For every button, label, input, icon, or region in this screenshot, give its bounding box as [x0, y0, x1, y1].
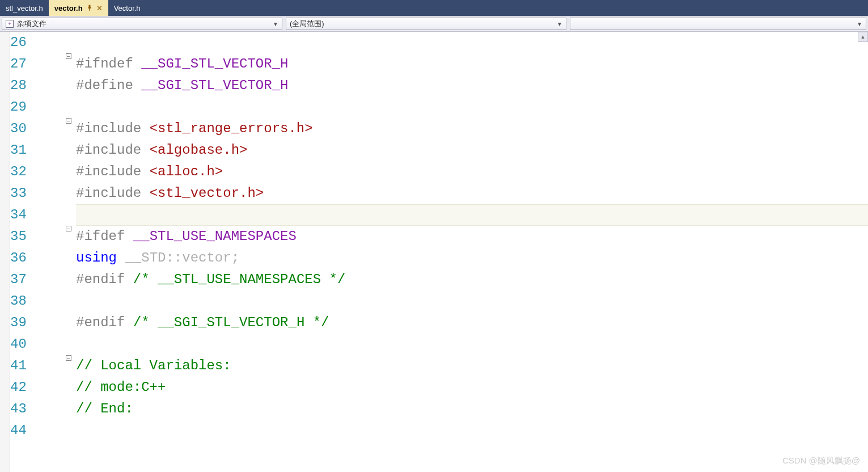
tab-label: vector.h [54, 4, 83, 12]
code-line[interactable]: #ifndef __SGI_STL_VECTOR_H [76, 53, 868, 75]
code-line[interactable]: using __STD::vector; [76, 247, 868, 269]
code-line[interactable] [76, 290, 868, 312]
scroll-up-button[interactable]: ▲ [858, 32, 868, 42]
code-editor[interactable]: 26272829303132333435363738394041424344 #… [0, 32, 868, 472]
member-dropdown[interactable]: ▼ [570, 18, 866, 30]
code-line[interactable]: #endif /* __STL_USE_NAMESPACES */ [76, 269, 868, 290]
code-line[interactable]: // Local Variables: [76, 355, 868, 377]
outline-toggle-icon[interactable] [66, 355, 71, 361]
code-line[interactable]: // mode:C++ [76, 377, 868, 398]
outline-toggle-icon[interactable] [66, 53, 71, 59]
close-icon[interactable]: ✕ [96, 4, 103, 12]
line-number-gutter: 26272829303132333435363738394041424344 [10, 32, 62, 472]
tab-strip: stl_vector.h vector.h ✕ Vector.h [0, 0, 868, 16]
code-line[interactable] [76, 204, 868, 226]
tab-label: Vector.h [114, 4, 141, 12]
scope-dropdown[interactable]: (全局范围) ▼ [286, 18, 566, 30]
code-line[interactable]: #endif /* __SGI_STL_VECTOR_H */ [76, 312, 868, 334]
tab-stl-vector-h[interactable]: stl_vector.h [0, 0, 49, 16]
outlining-margin [62, 32, 76, 472]
outline-toggle-icon[interactable] [66, 118, 71, 124]
code-line[interactable]: #include <algobase.h> [76, 140, 868, 161]
code-line[interactable] [76, 334, 868, 355]
code-line[interactable] [76, 420, 868, 441]
code-line[interactable] [76, 96, 868, 118]
code-area[interactable]: #ifndef __SGI_STL_VECTOR_H#define __SGI_… [76, 32, 868, 472]
tab-label: stl_vector.h [6, 4, 43, 12]
chevron-down-icon: ▼ [273, 21, 278, 27]
project-dropdown[interactable]: + 杂项文件 ▼ [2, 18, 282, 30]
project-dropdown-label: 杂项文件 [17, 19, 46, 29]
code-line[interactable]: #ifdef __STL_USE_NAMESPACES [76, 226, 868, 247]
outline-toggle-icon[interactable] [66, 226, 71, 231]
chevron-down-icon: ▼ [857, 21, 862, 27]
indicator-margin [0, 32, 10, 472]
project-icon: + [6, 20, 14, 28]
scope-dropdown-label: (全局范围) [290, 19, 324, 29]
chevron-down-icon: ▼ [557, 21, 562, 27]
code-line[interactable]: #include <alloc.h> [76, 161, 868, 183]
watermark-text: CSDN @随风飘扬@ [782, 456, 860, 466]
pin-icon[interactable] [86, 5, 93, 11]
code-line[interactable]: #include <stl_range_errors.h> [76, 118, 868, 140]
tab-vector-h[interactable]: vector.h ✕ [49, 0, 108, 16]
nav-dropdown-bar: + 杂项文件 ▼ (全局范围) ▼ ▼ [0, 16, 868, 32]
code-line[interactable]: #define __SGI_STL_VECTOR_H [76, 75, 868, 96]
code-line[interactable]: #include <stl_vector.h> [76, 183, 868, 204]
code-line[interactable] [76, 32, 868, 53]
tab-vector-h-2[interactable]: Vector.h [108, 0, 146, 16]
code-line[interactable]: // End: [76, 398, 868, 420]
